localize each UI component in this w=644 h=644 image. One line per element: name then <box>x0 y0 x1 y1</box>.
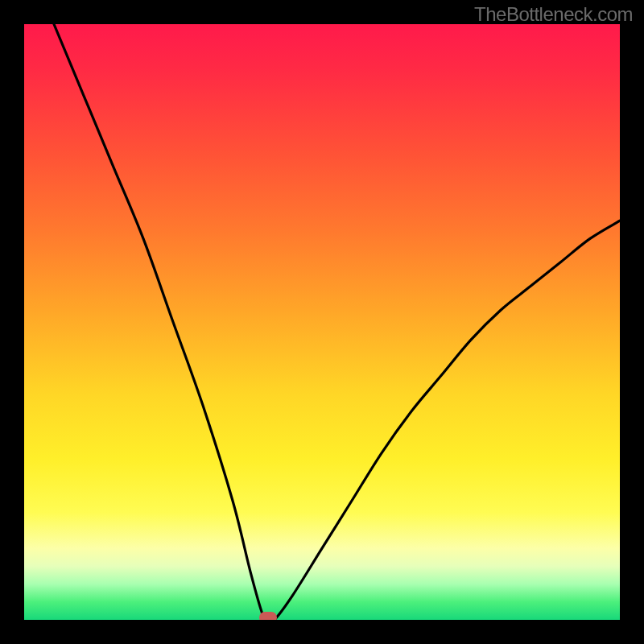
optimal-marker <box>259 612 277 620</box>
plot-area <box>24 24 620 620</box>
chart-frame: TheBottleneck.com <box>0 0 644 644</box>
bottleneck-curve <box>24 24 620 620</box>
watermark-text: TheBottleneck.com <box>474 3 633 26</box>
